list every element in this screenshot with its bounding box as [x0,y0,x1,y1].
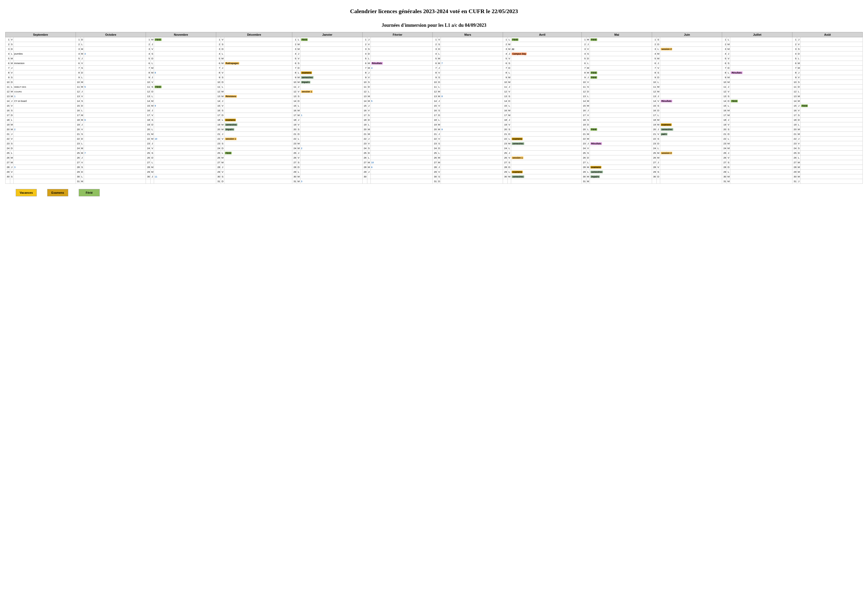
table-row: 13M1 13V 13L 13MRévisions 13S 13M 13M8 1… [6,94,863,99]
table-row: 20M2 20V 20L 20MImpairs 20S 20M 20M9 20S… [6,127,863,132]
table-row: 31M 31D 31M3 31D 31M 31M 31J [6,179,863,184]
table-row: 10D 10M 10V 10D 10MImpairs 10S 10D 10M 1… [6,80,863,84]
table-row: 22V 22D 22M10 22Vsession 1 22L 22J 22V 2… [6,137,863,141]
table-row: 1V 1D 1MFérié 1V 1LFérié 1J 1V 1LFérié 1… [6,37,863,42]
table-row: 9S 9L 9J 9S 9Msemestres 9V 9S 9M 9JFérié… [6,75,863,80]
table-row: 8V 8D 8M8 8V 8Lexamens 8J 8V 8L 8MFérié … [6,70,863,75]
calendar-table: Septembre Octobre Novembre Décembre Janv… [5,32,863,184]
table-row: 3D 3M 3V 3D 3M 3S 3D 3M11 3V 3Lsession 2… [6,47,863,51]
table-row: 7J 7S 7M 7J 7D 7M4 7J 7D 7M 7V 7D 7M [6,65,863,70]
table-row: 15V 15D 15M9 15V 15L 15J 15V 15L 15M 15S… [6,103,863,108]
legend-ferie: Férié [79,189,100,196]
table-row: 27M 27V 27L 27M 27S 27M10 27M 27S 27L 27… [6,160,863,165]
page-title: Calendrier licences générales 2023-2024 … [5,8,863,15]
table-row: 25L 25M7 25S 25LFérié 25J 25D 25L 25J 25… [6,151,863,155]
month-octobre: Octobre [76,32,146,37]
legend-box-examens: Examens [47,189,68,196]
table-row: 12MCOURS 12J 12D 12M 12Vsession 1 12L 12… [6,89,863,94]
table-row: 17D 17M 17V 17D 17M1 17S 17D 17M 17V 17L… [6,113,863,118]
table-row: 29V 29D 29M 29V 29L 29J 29V 29Lexamens 2… [6,169,863,174]
legend: Vacances Examens Férié [16,189,863,196]
legend-vacances: Vacances [16,189,37,196]
table-row: 26M 26J 26D 26M 26V 26L 26M 26Vsession 1… [6,155,863,160]
month-janvier: Janvier [292,32,363,37]
month-mars: Mars [433,32,503,37]
legend-box-vacances: Vacances [16,189,37,196]
table-row: 16S 16L 16J 16S 16M 16V 16S 16M 16J 16D … [6,108,863,113]
month-aout: Août [792,32,863,37]
month-juin: Juin [652,32,722,37]
month-mai: Mai [582,32,652,37]
month-septembre: Septembre [6,32,76,37]
legend-examens: Examens [47,189,68,196]
month-avril: Avril [503,32,582,37]
month-juillet: Juillet [722,32,792,37]
table-row: 5M 5J 5D 5M 5V 5L 5M 5V 5D 5M 5V 5L [6,56,863,61]
table-row: 14JCY on board 14S 14M 14J 14D 14M5 14J … [6,99,863,103]
month-novembre: Novembre [146,32,216,37]
table-row: 2S 2L 2J 2S 2M 2V 2S 2M 2J 2D 2M 2V [6,42,863,47]
table-row: 11LDEBUT DES 11M5 11SFérié 11L 11J 11D 1… [6,84,863,89]
month-decembre: Décembre [216,32,292,37]
table-row: 6Mimmersion 6V 6L 6MRattrapages 6S 6MRés… [6,61,863,65]
table-row: 4Ljournées 4M4 4S 4L 4J 4D 4L 4JCampus D… [6,51,863,56]
table-row: 23S 23L 23J 23S 23M 23V 23S 23Msemestres… [6,141,863,146]
legend-box-ferie: Férié [79,189,100,196]
calendar-body: 1V 1D 1MFérié 1V 1LFérié 1J 1V 1LFérié 1… [6,37,863,184]
table-row: 21J 21S 21M 21J 21D 21M 21J 21D 21M 21Vp… [6,132,863,137]
table-row: 28J3 28S 28M 28J 28D 28M6 28J 28D 28Mexa… [6,165,863,169]
table-row: 24D 24M 24V 24D 24M2 24S 24D 24L 24V 24L… [6,146,863,151]
page-subtitle: Journées d'immersion pour les L1 a/c du … [5,23,863,28]
month-fevrier: Février [363,32,433,37]
table-row: 30S 30L 30J11 30S 30M 30 30S 30Msemestre… [6,174,863,179]
table-row: 19M 19J 19D 19Msemestres 19V 19L 19M 19V… [6,122,863,127]
table-row: 18L 18M6 18S 18Lexamens 18J 18D 18L 18J … [6,118,863,122]
